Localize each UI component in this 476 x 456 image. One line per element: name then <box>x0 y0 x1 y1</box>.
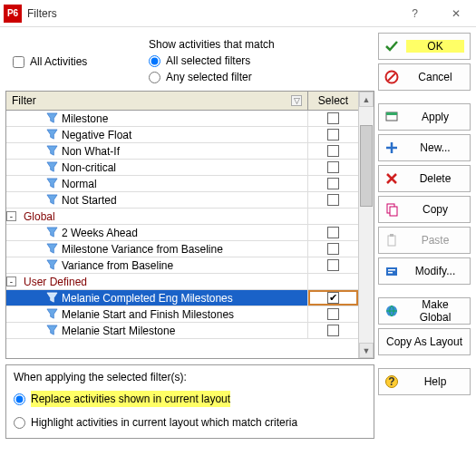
replace-label: Replace activities shown in current layo… <box>31 391 230 407</box>
filter-row[interactable]: Non-critical <box>6 160 358 176</box>
filter-row[interactable]: Melanie Start and Finish Milestones <box>6 306 358 323</box>
select-checkbox[interactable] <box>327 194 339 206</box>
delete-icon <box>384 171 399 186</box>
filter-row[interactable]: Melanie Start Milestone <box>6 323 358 339</box>
vertical-scrollbar[interactable]: ▲ ▼ <box>358 92 374 358</box>
select-checkbox[interactable] <box>327 112 339 124</box>
match-any-radio[interactable]: Any selected filter <box>149 69 373 85</box>
col-filter-header[interactable]: Filter ▽ <box>6 92 308 110</box>
apply-button[interactable]: Apply <box>378 103 471 131</box>
select-checkbox[interactable] <box>327 227 339 238</box>
paste-button: Paste <box>378 227 471 254</box>
svg-rect-10 <box>388 272 393 274</box>
filter-row[interactable]: Non What-If <box>6 143 358 160</box>
select-checkbox[interactable] <box>327 259 339 271</box>
filter-label: Melanie Start Milestone <box>62 325 307 337</box>
highlight-label: Highlight activities in current layout w… <box>31 414 297 431</box>
filter-row[interactable]: Milestone Variance from Baseline <box>6 241 358 257</box>
filter-row[interactable]: Negative Float <box>6 127 358 143</box>
funnel-icon <box>45 145 58 158</box>
filter-row[interactable]: Milestone <box>6 111 358 127</box>
select-checkbox[interactable] <box>327 178 339 189</box>
all-activities-label: All Activities <box>30 55 87 68</box>
funnel-icon <box>45 178 58 190</box>
filter-label: Milestone Variance from Baseline <box>62 243 307 256</box>
close-button[interactable]: ✕ <box>435 0 476 27</box>
delete-button[interactable]: Delete <box>378 165 471 192</box>
select-checkbox[interactable] <box>327 145 339 157</box>
funnel-icon <box>45 292 58 305</box>
collapse-icon[interactable]: - <box>6 211 16 221</box>
select-checkbox[interactable] <box>327 325 339 336</box>
funnel-icon <box>45 112 58 125</box>
svg-rect-9 <box>388 269 395 271</box>
copy-button[interactable]: Copy <box>378 196 471 223</box>
collapse-icon[interactable]: - <box>6 277 16 286</box>
filter-row[interactable]: Variance from Baseline <box>6 257 358 274</box>
select-checkbox[interactable] <box>327 308 339 320</box>
funnel-icon <box>45 325 58 337</box>
highlight-radio[interactable]: Highlight activities in current layout w… <box>14 414 366 431</box>
select-checkbox[interactable] <box>327 161 339 173</box>
copy-icon <box>384 202 399 217</box>
filter-label: Milestone <box>62 112 307 125</box>
paste-icon <box>384 233 399 247</box>
funnel-icon <box>45 243 58 256</box>
make-global-button[interactable]: Make Global <box>378 297 471 325</box>
svg-rect-6 <box>388 236 395 246</box>
help-icon: ? <box>384 374 399 389</box>
filter-label: Variance from Baseline <box>62 259 307 272</box>
filter-label: Melanie Completed Eng Milestones <box>62 292 307 305</box>
replace-radio[interactable]: Replace activities shown in current layo… <box>14 391 366 407</box>
modify-button[interactable]: Modify... <box>378 257 471 285</box>
ok-button[interactable]: OK <box>378 33 471 60</box>
filter-label: Melanie Start and Finish Milestones <box>62 308 307 321</box>
help-button[interactable]: ? Help <box>378 368 471 395</box>
select-checkbox[interactable] <box>327 243 339 255</box>
filter-label: Non-critical <box>62 161 307 174</box>
filter-group-row[interactable]: -Global <box>6 209 358 225</box>
all-activities-checkbox[interactable] <box>13 56 24 68</box>
filter-label: Negative Float <box>62 129 307 141</box>
filter-label: Non What-If <box>62 145 307 158</box>
filter-label: User Defined <box>24 276 307 288</box>
globe-icon <box>384 304 399 318</box>
sort-icon[interactable]: ▽ <box>291 95 302 106</box>
filters-grid: Filter ▽ Select MilestoneNegative FloatN… <box>5 91 374 359</box>
filter-row[interactable]: Not Started <box>6 192 358 209</box>
apply-filter-header: When applying the selected filter(s): <box>14 371 366 383</box>
select-checkbox[interactable] <box>327 292 339 304</box>
apply-filter-panel: When applying the selected filter(s): Re… <box>5 364 374 439</box>
new-button[interactable]: New... <box>378 134 471 161</box>
svg-text:?: ? <box>388 375 394 388</box>
filter-group-row[interactable]: -User Defined <box>6 274 358 290</box>
plus-icon <box>384 141 399 155</box>
copy-as-layout-button[interactable]: Copy As Layout <box>378 328 471 355</box>
match-all-label: All selected filters <box>166 53 250 69</box>
filter-row[interactable]: Melanie Completed Eng Milestones <box>6 290 358 306</box>
window-title: Filters <box>27 7 394 20</box>
match-all-radio[interactable]: All selected filters <box>149 53 373 69</box>
svg-rect-8 <box>386 267 397 276</box>
col-select-header[interactable]: Select <box>308 92 358 110</box>
apply-icon <box>384 110 399 124</box>
scroll-thumb[interactable] <box>360 125 373 207</box>
funnel-icon <box>45 227 58 239</box>
select-checkbox[interactable] <box>327 129 339 141</box>
scroll-down-button[interactable]: ▼ <box>359 343 374 358</box>
funnel-icon <box>45 161 58 174</box>
scroll-up-button[interactable]: ▲ <box>359 92 374 107</box>
filter-label: Global <box>24 210 307 223</box>
check-icon <box>384 39 399 53</box>
app-badge: P6 <box>4 5 22 23</box>
filter-row[interactable]: 2 Weeks Ahead <box>6 225 358 241</box>
cancel-icon <box>384 70 399 84</box>
svg-rect-3 <box>386 112 397 115</box>
funnel-icon <box>45 308 58 321</box>
filter-row[interactable]: Normal <box>6 176 358 192</box>
filter-label: Normal <box>62 178 307 190</box>
modify-icon <box>384 264 399 278</box>
help-titlebar-button[interactable]: ? <box>394 0 435 27</box>
grid-header: Filter ▽ Select <box>6 92 358 111</box>
cancel-button[interactable]: Cancel <box>378 63 471 91</box>
